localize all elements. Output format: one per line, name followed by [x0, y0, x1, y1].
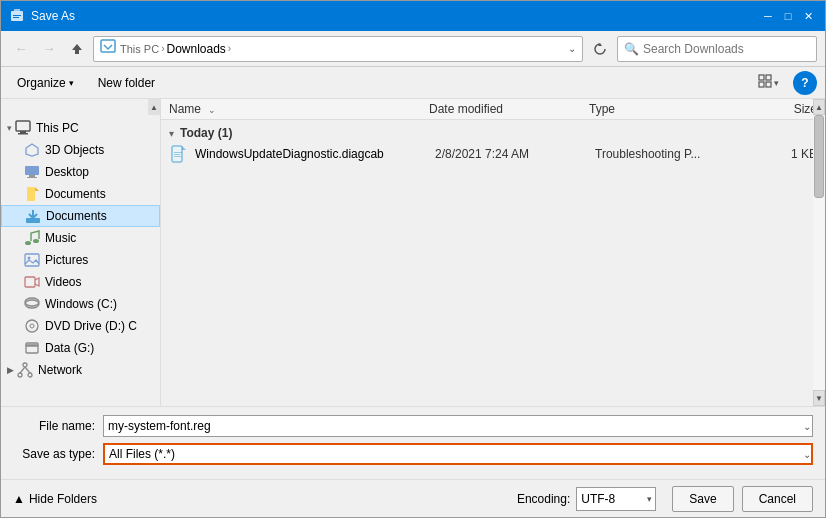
saveastype-select-wrapper: All Files (*.*) ⌄	[103, 443, 813, 465]
sidebar-item-desktop[interactable]: Desktop	[1, 161, 160, 183]
data-g-icon	[23, 339, 41, 357]
svg-point-26	[26, 320, 38, 332]
search-box[interactable]: 🔍	[617, 36, 817, 62]
hide-folders-label: Hide Folders	[29, 492, 97, 506]
svg-point-27	[30, 324, 34, 328]
organize-button[interactable]: Organize ▾	[9, 73, 82, 93]
filename-label: File name:	[13, 419, 103, 433]
breadcrumb: This PC › Downloads ›	[120, 42, 564, 56]
view-icon	[758, 74, 772, 91]
sidebar-item-windows-c[interactable]: Windows (C:)	[1, 293, 160, 315]
svg-rect-15	[27, 187, 35, 201]
svg-rect-10	[18, 133, 28, 135]
sidebar-item-documents[interactable]: Documents	[1, 183, 160, 205]
svg-marker-11	[26, 144, 38, 156]
search-input[interactable]	[643, 42, 810, 56]
address-dropdown-arrow[interactable]: ⌄	[568, 43, 576, 54]
view-button[interactable]: ▾	[752, 71, 785, 94]
minimize-button[interactable]: ─	[759, 7, 777, 25]
column-name[interactable]: Name ⌄	[169, 102, 429, 116]
breadcrumb-this-pc[interactable]: This PC	[120, 43, 159, 55]
sidebar-item-this-pc[interactable]: ▾ This PC	[1, 117, 160, 139]
windows-c-icon	[23, 295, 41, 313]
filename-dropdown-arrow[interactable]: ⌄	[803, 421, 811, 432]
up-button[interactable]	[65, 37, 89, 61]
svg-rect-14	[27, 177, 37, 178]
file-icon	[169, 144, 189, 164]
search-icon: 🔍	[624, 42, 639, 56]
content-scrollbar[interactable]: ▲ ▼	[813, 99, 825, 406]
hide-folders-arrow: ▲	[13, 492, 25, 506]
pc-icon	[14, 119, 32, 137]
svg-rect-7	[766, 82, 771, 87]
svg-point-22	[28, 257, 31, 260]
forward-button[interactable]: →	[37, 37, 61, 61]
file-list[interactable]: ▾ Today (1) WindowsUpdateDiag	[161, 120, 825, 406]
svg-rect-12	[25, 166, 39, 175]
scroll-up-arrow[interactable]: ▲	[813, 99, 825, 115]
scroll-thumb[interactable]	[814, 115, 824, 198]
scroll-track[interactable]	[813, 115, 825, 390]
sidebar-item-pictures[interactable]: Pictures	[1, 249, 160, 271]
help-button[interactable]: ?	[793, 71, 817, 95]
svg-rect-3	[101, 40, 115, 52]
maximize-button[interactable]: □	[779, 7, 797, 25]
file-type: Troubleshooting P...	[595, 147, 735, 161]
sidebar-label-dvd-drive: DVD Drive (D:) C	[45, 319, 137, 333]
sidebar-label-music: Music	[45, 231, 76, 245]
sidebar-label-this-pc: This PC	[36, 121, 79, 135]
sidebar-label-3d-objects: 3D Objects	[45, 143, 104, 157]
refresh-button[interactable]	[587, 36, 613, 62]
sidebar: ▲ ▾ This PC 3D Objects	[1, 99, 161, 406]
group-expand-today[interactable]: ▾	[169, 128, 174, 139]
videos-icon	[23, 273, 41, 291]
documents-icon	[23, 185, 41, 203]
music-icon	[23, 229, 41, 247]
encoding-select[interactable]: UTF-8	[576, 487, 656, 511]
address-bar-icon	[100, 39, 116, 58]
sidebar-label-data-g: Data (G:)	[45, 341, 94, 355]
sidebar-item-videos[interactable]: Videos	[1, 271, 160, 293]
svg-point-25	[25, 298, 39, 306]
footer-bar: ▲ Hide Folders Encoding: UTF-8 ▾ Save Ca…	[1, 479, 825, 517]
filename-input[interactable]	[103, 415, 813, 437]
column-type[interactable]: Type	[589, 102, 729, 116]
column-date-modified[interactable]: Date modified	[429, 102, 589, 116]
svg-point-20	[33, 239, 39, 243]
view-dropdown-arrow: ▾	[774, 78, 779, 88]
sidebar-item-network[interactable]: ▶ Network	[1, 359, 160, 381]
encoding-group: Encoding: UTF-8 ▾	[517, 487, 656, 511]
scroll-down-arrow[interactable]: ▼	[813, 390, 825, 406]
sidebar-scroll-up[interactable]: ▲	[148, 99, 160, 115]
svg-rect-6	[759, 82, 764, 87]
saveastype-select[interactable]: All Files (*.*)	[103, 443, 813, 465]
hide-folders-button[interactable]: ▲ Hide Folders	[13, 492, 97, 506]
sidebar-item-data-g[interactable]: Data (G:)	[1, 337, 160, 359]
pictures-icon	[23, 251, 41, 269]
sidebar-item-music[interactable]: Music	[1, 227, 160, 249]
breadcrumb-downloads[interactable]: Downloads	[166, 42, 225, 56]
title-bar: Save As ─ □ ✕	[1, 1, 825, 31]
main-area: ▲ ▾ This PC 3D Objects	[1, 99, 825, 406]
sidebar-item-downloads[interactable]: Documents	[1, 205, 160, 227]
sidebar-item-dvd-drive[interactable]: DVD Drive (D:) C	[1, 315, 160, 337]
sidebar-label-pictures: Pictures	[45, 253, 88, 267]
save-button[interactable]: Save	[672, 486, 733, 512]
new-folder-button[interactable]: New folder	[90, 73, 163, 93]
svg-point-24	[25, 300, 39, 308]
file-size: 1 KB	[735, 147, 817, 161]
group-header-today[interactable]: ▾ Today (1)	[161, 120, 825, 142]
filename-input-wrapper: ⌄	[103, 415, 813, 437]
cancel-button[interactable]: Cancel	[742, 486, 813, 512]
save-as-dialog: Save As ─ □ ✕ ← → This PC › Downloads ›	[0, 0, 826, 518]
svg-marker-16	[35, 187, 39, 191]
address-bar[interactable]: This PC › Downloads › ⌄	[93, 36, 583, 62]
svg-rect-8	[16, 121, 30, 131]
table-row[interactable]: WindowsUpdateDiagnostic.diagcab 2/8/2021…	[161, 142, 825, 166]
column-size[interactable]: Size	[729, 102, 817, 116]
back-button[interactable]: ←	[9, 37, 33, 61]
sidebar-item-3d-objects[interactable]: 3D Objects	[1, 139, 160, 161]
sidebar-label-desktop: Desktop	[45, 165, 89, 179]
close-button[interactable]: ✕	[799, 7, 817, 25]
svg-rect-23	[25, 277, 35, 287]
